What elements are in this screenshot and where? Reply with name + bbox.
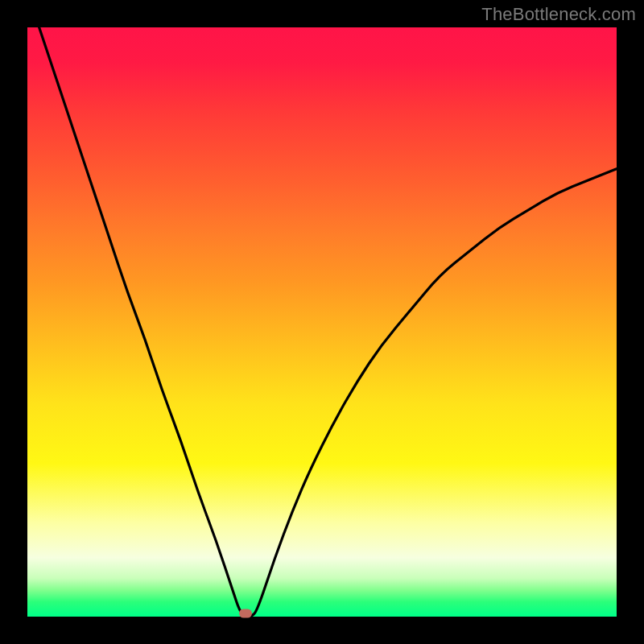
watermark-text: TheBottleneck.com: [481, 4, 636, 25]
bottleneck-curve: [39, 27, 617, 617]
minimum-marker: [239, 609, 252, 618]
curve-svg: [27, 27, 617, 617]
chart-container: TheBottleneck.com: [0, 0, 644, 644]
plot-area: [27, 27, 617, 617]
